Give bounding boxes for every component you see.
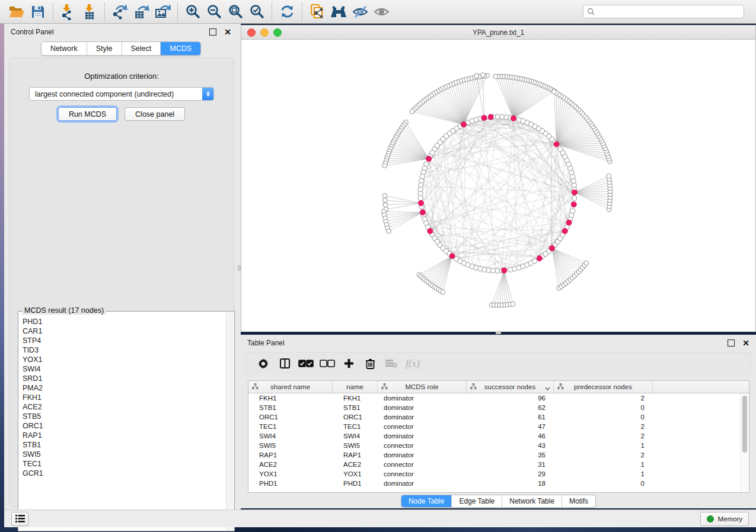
mcds-hub-node[interactable] <box>488 114 493 120</box>
cell-successors[interactable]: 31 <box>467 461 554 468</box>
mcds-result-item[interactable]: STB1 <box>23 440 226 450</box>
mcds-hub-node[interactable] <box>549 245 554 251</box>
mcds-hub-node[interactable] <box>571 201 576 207</box>
cell-role[interactable]: dominator <box>378 480 467 487</box>
mcds-hub-node[interactable] <box>420 210 425 215</box>
cell-name[interactable]: ORC1 <box>333 414 378 421</box>
mcds-result-item[interactable]: SWI4 <box>23 364 226 374</box>
tab-mcds[interactable]: MCDS <box>161 42 200 55</box>
cell-predecessors[interactable]: 2 <box>554 432 653 440</box>
table-row[interactable]: ACE2ACE2connector311 <box>248 460 749 469</box>
cell-shared-name[interactable]: YOX1 <box>248 470 333 477</box>
import-network-icon[interactable] <box>58 2 79 21</box>
mcds-hub-node[interactable] <box>502 268 507 273</box>
table-row[interactable]: RAP1RAP1dominator352 <box>248 450 749 460</box>
column-header-name[interactable]: name <box>333 381 378 393</box>
cell-name[interactable]: ACE2 <box>333 461 378 468</box>
close-panel-button[interactable]: Close panel <box>125 107 185 121</box>
cell-name[interactable]: SWI5 <box>333 442 378 449</box>
cell-predecessors[interactable]: 2 <box>554 395 653 402</box>
mcds-result-item[interactable]: PHD1 <box>23 317 226 326</box>
cell-shared-name[interactable]: ORC1 <box>248 414 333 421</box>
cell-shared-name[interactable]: TEC1 <box>248 423 333 430</box>
cell-predecessors[interactable]: 1 <box>554 442 653 449</box>
table-scrollbar-thumb[interactable] <box>742 396 747 453</box>
cell-role[interactable]: connector <box>378 442 467 449</box>
show-all-icon[interactable] <box>371 2 392 21</box>
cell-predecessors[interactable]: 1 <box>554 461 653 468</box>
cell-predecessors[interactable]: 0 <box>554 480 653 487</box>
criterion-select[interactable]: largest connected component (undirected) <box>29 87 214 101</box>
mcds-result-item[interactable]: STP4 <box>23 336 226 345</box>
cell-predecessors[interactable]: 2 <box>554 451 653 459</box>
mcds-result-item[interactable]: PMA2 <box>23 383 226 393</box>
cell-role[interactable]: connector <box>378 470 467 477</box>
cell-successors[interactable]: 43 <box>467 442 554 449</box>
table-row[interactable]: SWI4SWI4dominator462 <box>248 431 749 441</box>
cell-successors[interactable]: 46 <box>467 432 554 440</box>
table-row[interactable]: PHD1PHD1dominator180 <box>248 479 749 488</box>
search-input[interactable] <box>595 7 740 17</box>
cell-name[interactable]: YOX1 <box>333 470 378 477</box>
table-row[interactable]: STB1STB1dominator620 <box>248 403 749 412</box>
cell-shared-name[interactable]: FKH1 <box>248 395 333 402</box>
mcds-result-item[interactable]: SRD1 <box>23 374 226 383</box>
table-row[interactable]: SWI5SWI5connector431 <box>248 441 749 450</box>
hide-selected-icon[interactable] <box>349 2 371 21</box>
tab-network[interactable]: Network <box>42 42 87 55</box>
cell-successors[interactable]: 18 <box>467 480 554 487</box>
mcds-hub-node[interactable] <box>562 228 567 233</box>
cell-name[interactable]: STB1 <box>333 404 378 411</box>
cell-role[interactable]: connector <box>378 461 467 468</box>
float-icon[interactable] <box>728 339 735 347</box>
cell-role[interactable]: dominator <box>378 395 467 402</box>
table-scrollbar[interactable] <box>741 393 748 492</box>
cell-name[interactable]: RAP1 <box>333 451 378 459</box>
network-canvas[interactable] <box>241 40 755 332</box>
delete-column-icon[interactable] <box>361 355 379 372</box>
table-row[interactable]: TEC1TEC1connector472 <box>248 422 749 431</box>
cell-successors[interactable]: 62 <box>467 404 554 411</box>
tab-node-table[interactable]: Node Table <box>401 495 452 507</box>
select-all-icon[interactable] <box>297 355 315 372</box>
close-icon[interactable]: ✕ <box>742 339 749 347</box>
mcds-result-item[interactable]: SWI5 <box>23 450 226 459</box>
tab-network-table[interactable]: Network Table <box>502 495 562 507</box>
column-header-MCDS-role[interactable]: MCDS role <box>378 381 467 393</box>
apply-layout-icon[interactable] <box>276 2 298 21</box>
save-session-icon[interactable] <box>27 2 49 21</box>
run-mcds-button[interactable]: Run MCDS <box>58 107 117 121</box>
close-icon[interactable]: ✕ <box>224 28 231 36</box>
tab-edge-table[interactable]: Edge Table <box>452 495 502 507</box>
cell-predecessors[interactable]: 0 <box>554 404 653 411</box>
mcds-result-item[interactable]: STB5 <box>23 412 226 421</box>
first-neighbors-icon[interactable] <box>328 2 349 21</box>
tab-style[interactable]: Style <box>87 42 122 55</box>
cell-name[interactable]: FKH1 <box>333 395 378 402</box>
cell-role[interactable]: dominator <box>378 451 467 459</box>
column-header-predecessor-nodes[interactable]: predecessor nodes <box>554 381 653 393</box>
cell-successors[interactable]: 35 <box>467 451 554 459</box>
cell-shared-name[interactable]: RAP1 <box>248 451 333 459</box>
mcds-result-item[interactable]: TID3 <box>23 345 226 355</box>
split-panel-icon[interactable] <box>276 355 294 372</box>
cell-successors[interactable]: 47 <box>467 423 554 430</box>
cell-shared-name[interactable]: ACE2 <box>248 461 333 468</box>
settings-icon[interactable] <box>254 355 272 372</box>
zoom-out-icon[interactable] <box>203 2 225 21</box>
new-network-from-selection-icon[interactable] <box>307 2 328 21</box>
cell-role[interactable]: connector <box>378 423 467 430</box>
cell-shared-name[interactable]: SWI4 <box>248 432 333 440</box>
cell-successors[interactable]: 29 <box>467 470 554 477</box>
mcds-result-item[interactable]: GCR1 <box>23 469 226 478</box>
mcds-result-item[interactable]: CAR1 <box>23 326 226 336</box>
mcds-hub-node[interactable] <box>428 228 433 233</box>
mcds-hub-node[interactable] <box>481 115 487 120</box>
cell-role[interactable]: dominator <box>378 414 467 421</box>
tab-select[interactable]: Select <box>122 42 161 55</box>
cell-shared-name[interactable]: SWI5 <box>248 442 333 449</box>
export-table-icon[interactable] <box>130 2 152 21</box>
mcds-result-item[interactable]: ACE2 <box>23 402 226 412</box>
mcds-list-scrollbar[interactable] <box>226 312 234 530</box>
memory-button[interactable]: Memory <box>700 512 749 526</box>
